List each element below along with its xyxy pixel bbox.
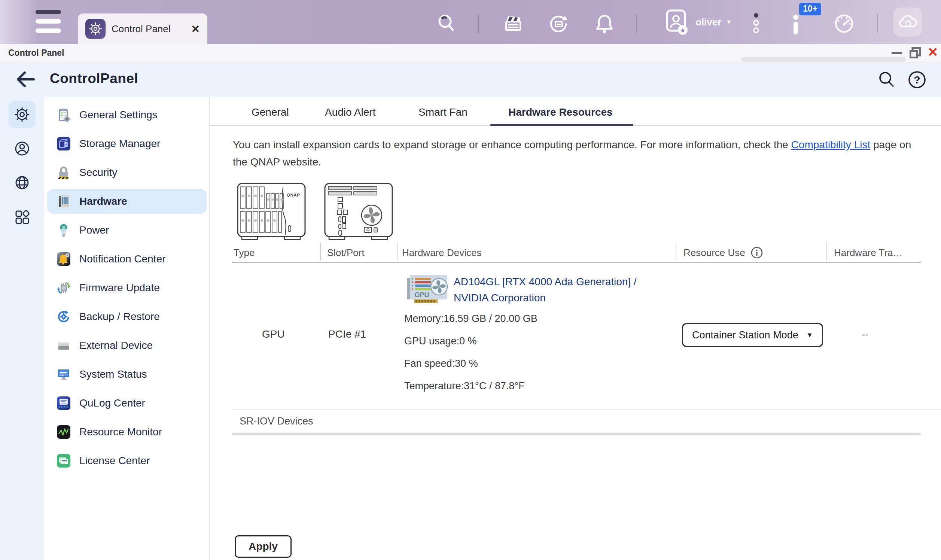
gear-icon <box>13 106 31 123</box>
dashboard-gauge-icon[interactable] <box>832 12 856 35</box>
horizontal-scrollbar[interactable] <box>741 57 906 62</box>
help-icon[interactable]: ? <box>907 70 927 89</box>
back-arrow-icon[interactable] <box>15 71 36 88</box>
sidebar-item-security[interactable]: Security <box>47 160 207 185</box>
window-titlebar: Control Panel ✕ <box>0 44 941 62</box>
sidebar-item-hardware[interactable]: Hardware <box>47 189 207 214</box>
sidebar-item-label: License Center <box>79 455 150 467</box>
general-settings-icon <box>56 108 71 122</box>
notifications-bell-icon[interactable] <box>594 12 615 35</box>
screen: Control Panel ✕ <box>0 0 941 560</box>
gpu-transcoding-cell: -- <box>862 328 869 340</box>
sidebar-item-resource-monitor[interactable]: Resource Monitor <box>47 420 207 444</box>
taskbar-app-tab-label: Control Panel <box>112 23 171 35</box>
sidebar-item-label: Backup / Restore <box>79 311 160 323</box>
external-device-icon <box>56 338 71 353</box>
sidebar-item-label: Storage Manager <box>79 138 160 150</box>
username-label: oliver <box>695 17 721 28</box>
rail-system-settings-button[interactable] <box>9 101 35 128</box>
nas-rear-illustration <box>324 182 394 242</box>
sidebar-item-storage-manager[interactable]: Storage Manager <box>47 131 207 156</box>
gpu-type-cell: GPU <box>262 328 285 340</box>
sidebar-item-external-device[interactable]: External Device <box>47 333 207 358</box>
power-bulb-icon <box>56 223 71 238</box>
background-tasks-icon[interactable] <box>502 12 525 34</box>
sidebar-item-label: Security <box>79 166 117 178</box>
sidebar-item-power[interactable]: Power <box>47 218 207 243</box>
control-panel-header: ControlPanel ? <box>0 62 941 97</box>
column-separator <box>398 243 398 260</box>
sriov-section-label: SR-IOV Devices <box>240 415 313 427</box>
gpu-slot-cell: PCIe #1 <box>328 328 366 340</box>
main-menu-icon[interactable] <box>35 10 61 34</box>
rail-privilege-button[interactable] <box>9 135 35 162</box>
notification-count-badge: 10+ <box>799 3 821 15</box>
sidebar-item-label: Power <box>79 224 109 236</box>
search-icon[interactable] <box>435 12 457 34</box>
sidebar: General Settings Storage Manager <box>44 97 210 560</box>
gpu-usage: GPU usage:0 % <box>404 335 477 347</box>
sidebar-item-label: Resource Monitor <box>79 426 162 438</box>
column-header-transcoding: Hardware Tra… <box>834 247 903 258</box>
sidebar-item-label: Hardware <box>79 195 127 208</box>
kebab-menu-icon[interactable] <box>752 12 761 34</box>
myqnapcloud-button[interactable] <box>893 8 922 37</box>
column-separator <box>676 243 677 260</box>
column-header-type: Type <box>234 247 255 258</box>
control-panel-app-icon <box>85 19 106 39</box>
tab-audio-alert[interactable]: Audio Alert <box>325 106 375 118</box>
rail-applications-button[interactable] <box>9 204 35 231</box>
taskbar-app-tab[interactable]: Control Panel ✕ <box>78 14 208 44</box>
apply-button[interactable]: Apply <box>235 535 292 558</box>
rail-network-button[interactable] <box>9 169 35 196</box>
tab-hardware-resources[interactable]: Hardware Resources <box>508 106 613 118</box>
gpu-device-link-line2[interactable]: NVIDIA Corporation <box>454 292 546 304</box>
compatibility-list-link[interactable]: Compatibility List <box>791 139 870 151</box>
user-avatar-icon: ★ <box>662 8 691 37</box>
svg-text:?: ? <box>914 74 920 86</box>
maximize-icon[interactable] <box>910 47 921 58</box>
user-menu[interactable]: ★ oliver ▼ <box>662 8 732 37</box>
sidebar-item-general-settings[interactable]: General Settings <box>47 103 207 127</box>
gpu-fan-speed: Fan speed:30 % <box>404 358 478 369</box>
tab-smart-fan[interactable]: Smart Fan <box>418 106 467 118</box>
resource-use-dropdown[interactable]: Container Station Mode ▼ <box>682 323 823 347</box>
sidebar-item-label: Notification Center <box>79 253 165 265</box>
user-icon <box>13 140 31 158</box>
taskbar-divider <box>478 14 479 33</box>
window-title: Control Panel <box>8 48 65 58</box>
sidebar-item-system-status[interactable]: System Status <box>47 362 207 387</box>
system-info-icon[interactable] <box>784 12 809 38</box>
sidebar-item-notification-center[interactable]: Notification Center <box>47 247 207 271</box>
active-tab-underline <box>490 124 633 126</box>
tab-general[interactable]: General <box>252 106 289 118</box>
minimize-icon[interactable] <box>892 52 902 54</box>
taskbar-divider <box>877 14 878 33</box>
column-separator <box>826 243 827 260</box>
sidebar-item-qulog-center[interactable]: 101010 QuLog Center <box>47 391 207 415</box>
close-icon[interactable]: ✕ <box>927 45 938 60</box>
info-icon[interactable] <box>750 246 763 259</box>
gpu-temperature: Temperature:31°C / 87.8°F <box>404 380 525 392</box>
sidebar-item-label: External Device <box>79 340 153 351</box>
nas-front-illustration: QNAP <box>237 182 307 242</box>
taskbar-divider <box>636 14 637 33</box>
svg-text:QNAP: QNAP <box>287 193 300 197</box>
chevron-down-icon: ▼ <box>806 331 813 339</box>
intro-text: You can install expansion cards to expan… <box>233 136 925 171</box>
chevron-down-icon: ▼ <box>726 19 732 25</box>
system-status-icon <box>56 367 71 382</box>
globe-icon <box>13 174 31 192</box>
sync-icon[interactable] <box>547 12 570 35</box>
section-divider <box>232 409 941 410</box>
search-icon[interactable] <box>876 70 896 89</box>
left-rail <box>0 97 44 560</box>
main-content: General Audio Alert Smart Fan Hardware R… <box>210 97 941 560</box>
gpu-memory: Memory:16.59 GB / 20.00 GB <box>404 313 538 325</box>
sidebar-item-firmware-update[interactable]: Firmware Update <box>47 275 207 300</box>
tab-close-icon[interactable]: ✕ <box>191 23 200 35</box>
sidebar-item-label: QuLog Center <box>79 397 145 409</box>
sidebar-item-license-center[interactable]: License Center <box>47 448 207 473</box>
sidebar-item-backup-restore[interactable]: Backup / Restore <box>47 304 207 329</box>
gpu-device-link-line1[interactable]: AD104GL [RTX 4000 Ada Generation] / <box>454 276 637 288</box>
